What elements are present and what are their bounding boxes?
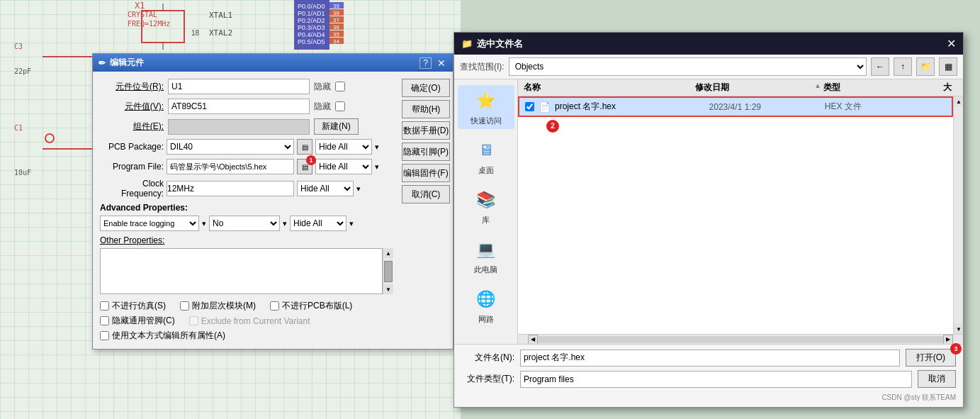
fd-bottom: 文件名(N): 打开(O) 3 文件类型(T): 取消 CSDN @sty 联系…: [454, 344, 963, 407]
group-label: 组件(E):: [100, 121, 164, 133]
fd-sidebar-network[interactable]: 🌐 网路: [458, 284, 514, 328]
badge-1: 1: [306, 155, 316, 165]
fd-scrollbar-v[interactable]: ▲ ▼: [953, 96, 963, 334]
svg-text:XTAL2: XTAL2: [209, 28, 232, 38]
quick-access-icon: ⭐: [473, 88, 499, 113]
edit-firmware-btn[interactable]: 编辑固件(F): [402, 164, 450, 182]
ref-row: 元件位号(R): 隐藏: [100, 79, 393, 94]
program-input[interactable]: [167, 159, 294, 174]
no-simulate-row: 不进行仿真(S): [100, 300, 166, 312]
fd-location-select[interactable]: Objects: [509, 57, 867, 76]
fd-sidebar-this-pc[interactable]: 💻 此电脑: [458, 234, 514, 278]
fd-sidebar-desktop[interactable]: 🖥 桌面: [458, 135, 514, 179]
dialog-help-icon-btn[interactable]: ?: [419, 57, 432, 69]
fd-sidebar-library[interactable]: 📚 库: [458, 184, 514, 228]
adv-prop-arrow: ▾: [202, 219, 206, 228]
edit-dialog-title-left: ✏ 编辑元件: [98, 57, 144, 69]
fd-hscroll-left[interactable]: ◀: [528, 335, 538, 345]
dialog-close-btn[interactable]: ✕: [436, 57, 447, 69]
pcb-browse-btn[interactable]: ▤: [297, 139, 312, 155]
desktop-label: 桌面: [478, 165, 494, 176]
attach-layer-row: 附加层次模块(M): [180, 300, 256, 312]
new-btn[interactable]: 新建(N): [314, 118, 359, 135]
pcb-hideall-select[interactable]: Hide All: [315, 139, 372, 155]
fd-filetype-input[interactable]: [520, 371, 912, 388]
scrollbar-down[interactable]: ▼: [383, 284, 393, 294]
props-scrollbar[interactable]: ▲ ▼: [383, 248, 393, 294]
value-input[interactable]: [168, 99, 310, 114]
hide-pin-btn[interactable]: 隐藏引脚(P): [402, 143, 450, 161]
fd-close-btn[interactable]: ✕: [947, 37, 956, 50]
other-props-label: Other Properties:: [100, 235, 393, 245]
hide-global-pins-check[interactable]: [100, 316, 109, 325]
program-hideall-select[interactable]: Hide All: [315, 159, 372, 174]
clock-hideall-select[interactable]: Hide All: [297, 181, 354, 196]
value-row: 元件值(V): 隐藏: [100, 99, 393, 114]
scrollbar-up[interactable]: ▲: [383, 248, 393, 258]
no-pcb-check[interactable]: [270, 301, 279, 311]
adv-property-select[interactable]: Enable trace logging: [100, 216, 199, 231]
fd-scrollbar-up-arrow[interactable]: ▲: [954, 96, 963, 106]
pcb-select[interactable]: DIL40: [167, 139, 294, 155]
other-props-textarea[interactable]: [100, 248, 383, 294]
edit-text-all-check[interactable]: [100, 331, 109, 340]
datasheet-btn[interactable]: 数据手册(D): [402, 121, 450, 140]
group-input[interactable]: [168, 119, 310, 135]
svg-text:P0.4/AD4: P0.4/AD4: [298, 31, 325, 38]
col-size: 大: [909, 82, 957, 94]
cancel-btn[interactable]: 取消(C): [402, 185, 450, 203]
svg-text:P0.1/AD1: P0.1/AD1: [298, 10, 325, 17]
fd-btn-new-folder[interactable]: 📁: [916, 57, 935, 76]
ref-hide-checkbox[interactable]: [335, 82, 345, 91]
svg-text:35: 35: [333, 31, 339, 38]
file-type: HEX 文件: [825, 101, 902, 113]
edit-text-all-row: 使用文本方式编辑所有属性(A): [100, 330, 393, 342]
adv-hideall-select[interactable]: Hide All: [290, 216, 347, 231]
scrollbar-thumb[interactable]: [384, 261, 393, 282]
fd-scroll-area: 📄 project 名字.hex 2023/4/1 1:29 HEX 文件 2 …: [518, 96, 963, 334]
table-row[interactable]: 📄 project 名字.hex 2023/4/1 1:29 HEX 文件: [518, 96, 953, 117]
help-btn[interactable]: 帮助(H): [402, 100, 450, 118]
adv-value-select[interactable]: No: [209, 216, 280, 231]
fd-btn-back[interactable]: ←: [871, 57, 889, 76]
fd-title-icon: 📁: [461, 38, 473, 49]
network-label: 网路: [478, 314, 494, 325]
clock-row: Clock Frequency: Hide All ▾: [100, 179, 393, 199]
file-checkbox[interactable]: [525, 102, 534, 111]
fd-filename-row: 文件名(N): 打开(O) 3: [461, 349, 956, 367]
fd-scrollbar-down-arrow[interactable]: ▼: [954, 324, 963, 334]
file-icon: 📄: [539, 101, 551, 113]
svg-text:36: 36: [333, 24, 339, 30]
fd-filename-label: 文件名(N):: [461, 352, 514, 364]
edit-dialog-title: 编辑元件: [110, 57, 144, 69]
ref-input[interactable]: [168, 79, 310, 94]
value-hide-checkbox[interactable]: [335, 101, 345, 111]
fd-btn-up[interactable]: ↑: [894, 57, 912, 76]
fd-hscroll-right[interactable]: ▶: [943, 335, 953, 345]
edit-icon: ✏: [98, 58, 106, 68]
program-label: Program File:: [100, 162, 164, 172]
quick-access-label: 快速访问: [471, 116, 502, 126]
svg-rect-26: [142, 11, 184, 43]
fd-scrollbar-h[interactable]: ◀ ▶: [518, 334, 963, 344]
badge-3: 3: [950, 343, 962, 354]
attach-layer-check[interactable]: [180, 301, 189, 311]
hide-global-pins-label: 隐藏通用管脚(C): [112, 315, 175, 327]
fd-filename-input[interactable]: [520, 350, 900, 367]
fd-btn-view[interactable]: ▦: [939, 57, 957, 76]
ok-btn[interactable]: 确定(O): [402, 79, 450, 97]
program-browse-btn[interactable]: ▤ 1: [297, 159, 312, 174]
fd-sidebar-quick-access[interactable]: ⭐ 快速访问: [458, 85, 514, 129]
exclude-variant-check: [189, 316, 198, 325]
clock-dropdown-arrow: ▾: [356, 184, 361, 194]
file-date: 2023/4/1 1:29: [709, 102, 825, 112]
adv-val-arrow: ▾: [283, 219, 287, 228]
no-simulate-check[interactable]: [100, 301, 109, 311]
fd-cancel-btn[interactable]: 取消: [918, 370, 956, 388]
exclude-variant-row: Exclude from Current Variant: [189, 315, 310, 327]
library-label: 库: [482, 215, 490, 225]
fd-open-btn[interactable]: 打开(O): [906, 349, 956, 367]
clock-input[interactable]: [167, 181, 294, 196]
svg-text:P0.2/AD2: P0.2/AD2: [298, 17, 325, 24]
program-dropdown-arrow: ▾: [375, 162, 379, 172]
